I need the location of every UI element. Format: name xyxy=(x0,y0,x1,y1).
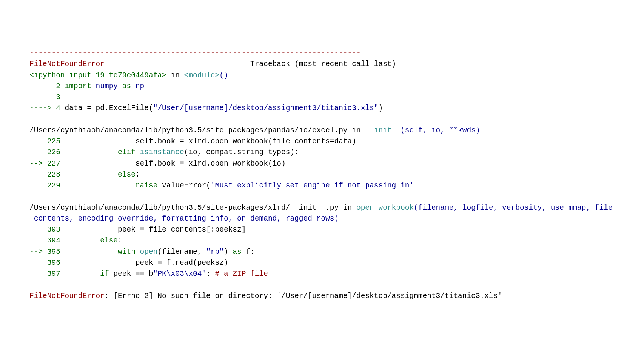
frame2-line229: 229 raise ValueError('Must explicitly se… xyxy=(29,180,615,191)
frame1-data-var: data xyxy=(60,104,87,112)
frame3-line395: --> 395 with open(filename, "rb") as f: xyxy=(29,247,615,258)
blank-3 xyxy=(29,279,615,290)
frame1-line2: 2 import numpy as np xyxy=(29,81,615,92)
frame1-line3: 3 xyxy=(29,92,615,103)
frame2-line228: 228 else: xyxy=(29,169,615,180)
frame2-line227: --> 227 self.book = xlrd.open_workbook(i… xyxy=(29,158,615,169)
frame1-line4: ----> 4 data = pd.ExcelFile("/User/[user… xyxy=(29,103,615,114)
blank-2 xyxy=(29,191,615,202)
frame3-line393: 393 peek = file_contents[:peeksz] xyxy=(29,224,615,235)
frame2-location: /Users/cynthiaoh/anaconda/lib/python3.5/… xyxy=(29,125,615,136)
blank-1 xyxy=(29,114,615,125)
frame2-line226: 226 elif isinstance(io, compat.string_ty… xyxy=(29,147,615,158)
frame3-location: /Users/cynthiaoh/anaconda/lib/python3.5/… xyxy=(29,203,615,225)
frame3-line397: 397 if peek == b"PK\x03\x04": # a ZIP fi… xyxy=(29,269,615,279)
frame3-line394: 394 else: xyxy=(29,235,615,246)
frame1-location: <ipython-input-19-fe79e0449afa> in <modu… xyxy=(29,70,615,81)
traceback-divider: ----------------------------------------… xyxy=(29,48,615,59)
frame2-line225: 225 self.book = xlrd.open_workbook(file_… xyxy=(29,136,615,147)
final-error-line: FileNotFoundError: [Errno 2] No such fil… xyxy=(29,291,615,302)
frame3-line396: 396 peek = f.read(peeksz) xyxy=(29,258,615,269)
traceback-header: FileNotFoundError Traceback (most recent… xyxy=(29,59,615,70)
